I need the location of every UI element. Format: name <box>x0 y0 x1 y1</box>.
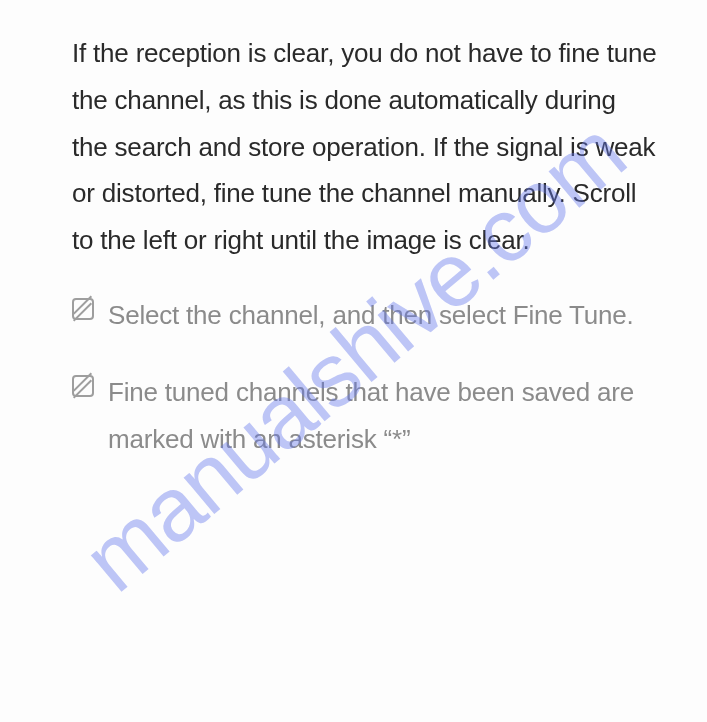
main-paragraph: If the reception is clear, you do not ha… <box>72 30 657 264</box>
note-item: Fine tuned channels that have been saved… <box>72 369 657 463</box>
note-text: Fine tuned channels that have been saved… <box>108 369 657 463</box>
note-item: Select the channel, and then select Fine… <box>72 292 657 339</box>
note-text: Select the channel, and then select Fine… <box>108 292 634 339</box>
note-icon <box>72 375 94 397</box>
manual-page: manualshive.com If the reception is clea… <box>0 0 707 722</box>
notes-list: Select the channel, and then select Fine… <box>72 292 657 462</box>
note-icon <box>72 298 94 320</box>
